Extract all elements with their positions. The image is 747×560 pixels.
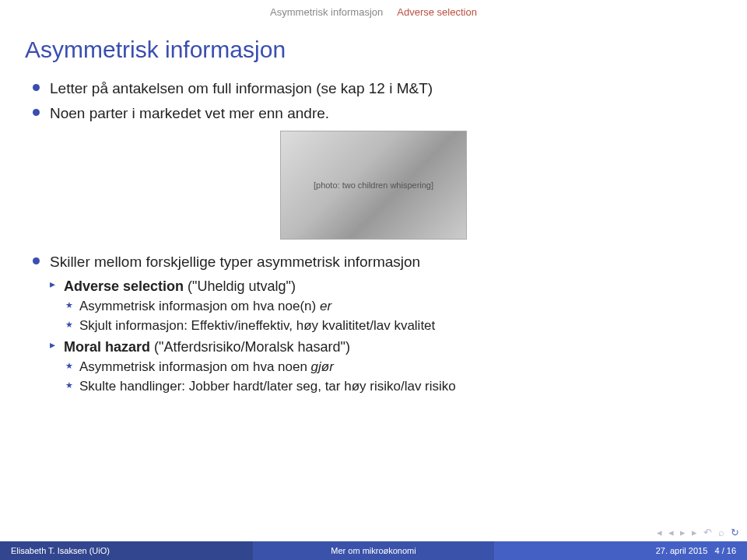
text: Asymmetrisk informasjon om hva noe(n): [79, 299, 320, 313]
text-italic: er: [320, 299, 331, 313]
sub-bullet-item: Moral hazard ("Atferdsrisiko/Moralsk has…: [31, 338, 716, 356]
footer-date-page: 27. april 2015 4 / 16: [494, 541, 747, 560]
beamer-nav: ◂ ◂ ▸ ▸ ↶ ⌕ ↻: [657, 527, 739, 538]
bullet-item: Skiller mellom forskjellige typer asymme…: [31, 252, 716, 272]
term-rest: ("Atferdsrisiko/Moralsk hasard"): [150, 339, 350, 355]
text: Asymmetrisk informasjon om hva noen: [79, 359, 311, 374]
footer-author: Elisabeth T. Isaksen (UiO): [0, 541, 253, 560]
whisper-image: [photo: two children whispering]: [280, 131, 467, 240]
footer: Elisabeth T. Isaksen (UiO) Mer om mikroø…: [0, 541, 747, 560]
frame-title: Asymmetrisk informasjon: [0, 23, 747, 74]
nav-loop-icon[interactable]: ↻: [731, 527, 739, 538]
slide-body: Letter på antakelsen om full informasjon…: [0, 74, 747, 541]
subsub-bullet-item: Skjult informasjon: Effektiv/ineffektiv,…: [31, 317, 716, 335]
term-bold: Adverse selection: [64, 278, 184, 294]
nav-next-icon[interactable]: ▸: [680, 527, 686, 538]
footer-title: Mer om mikroøkonomi: [253, 541, 495, 560]
subsection-name: Adverse selection: [397, 6, 477, 18]
bullet-item: Letter på antakelsen om full informasjon…: [31, 79, 716, 99]
sub-bullet-item: Adverse selection ("Uheldig utvalg"): [31, 277, 716, 296]
nav-search-icon[interactable]: ⌕: [718, 527, 724, 538]
term-rest: ("Uheldig utvalg"): [184, 278, 296, 294]
section-name: Asymmetrisk informasjon: [270, 6, 383, 18]
bullet-item: Noen parter i markedet vet mer enn andre…: [31, 103, 716, 124]
subsub-bullet-item: Asymmetrisk informasjon om hva noe(n) er: [31, 298, 716, 316]
section-headline: Asymmetrisk informasjon Adverse selectio…: [0, 0, 747, 23]
subsub-bullet-item: Asymmetrisk informasjon om hva noen gjør: [31, 359, 716, 376]
subsub-bullet-item: Skulte handlinger: Jobber hardt/later se…: [31, 378, 716, 396]
footer-date: 27. april 2015: [656, 546, 708, 555]
nav-prev-icon[interactable]: ◂: [668, 527, 674, 538]
term-bold: Moral hazard: [64, 339, 150, 355]
footer-page: 4 / 16: [714, 546, 736, 555]
nav-first-icon[interactable]: ◂: [657, 527, 662, 538]
text-italic: gjør: [311, 359, 334, 374]
nav-last-icon[interactable]: ▸: [692, 527, 697, 538]
nav-back-icon[interactable]: ↶: [703, 527, 712, 538]
